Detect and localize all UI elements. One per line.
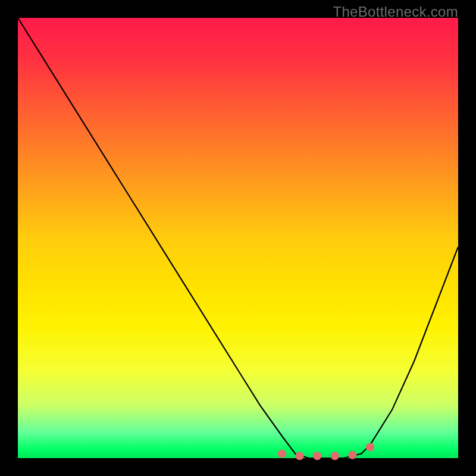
marker-dot [296, 452, 304, 460]
bottleneck-curve [18, 18, 458, 458]
plot-area [18, 18, 458, 458]
marker-dot [313, 452, 321, 460]
marker-dot [331, 452, 339, 460]
marker-dot [366, 443, 374, 452]
marker-dot [348, 451, 356, 459]
curve-svg [18, 18, 458, 458]
marker-dot [278, 450, 286, 458]
chart-frame: TheBottleneck.com [0, 0, 476, 476]
